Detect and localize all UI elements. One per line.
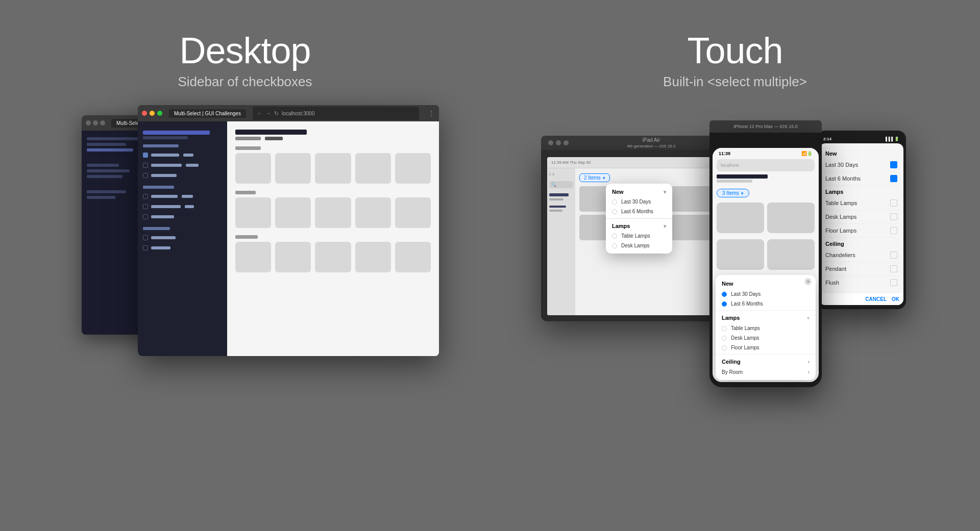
touch-title: Touch bbox=[490, 31, 980, 71]
checkbox-8[interactable] bbox=[143, 245, 148, 250]
iphone-wrapper: iPhone 12 Pro Max — iOS 15.0 11:39 📶🔋 lo… bbox=[709, 120, 822, 387]
front-tab[interactable]: Multi-Select | GUI Challenges bbox=[169, 109, 246, 118]
product-card[interactable] bbox=[235, 242, 271, 272]
sidebar-item[interactable] bbox=[138, 170, 227, 181]
section-titles-row: Desktop Sidebar of checkboxes Touch Buil… bbox=[0, 0, 980, 95]
chevron-up-icon-2: ▾ bbox=[664, 223, 666, 229]
android-status-bar: 2:14 ▌▌▌🔋 bbox=[819, 135, 903, 143]
radio-30days[interactable] bbox=[612, 199, 617, 205]
android-item-floor[interactable]: Floor Lamps bbox=[823, 224, 899, 238]
chevron-down-icon: ▾ bbox=[741, 191, 744, 196]
checkbox-4[interactable] bbox=[143, 194, 148, 199]
checkbox-3[interactable] bbox=[143, 173, 148, 178]
radio-table[interactable] bbox=[722, 326, 727, 331]
popup-item-6m[interactable]: Last 6 Months bbox=[716, 299, 816, 309]
product-card[interactable] bbox=[235, 153, 271, 184]
android-item-chandeliers[interactable]: Chandeliers bbox=[823, 248, 899, 262]
product-card[interactable] bbox=[717, 239, 764, 270]
product-card[interactable] bbox=[315, 242, 351, 272]
android-ok-btn[interactable]: OK bbox=[892, 296, 899, 302]
product-card[interactable] bbox=[767, 203, 815, 233]
dropdown-item-table[interactable]: Table Lamps bbox=[606, 231, 672, 241]
ipad-time: 11:39 AM Thu Sep 30 bbox=[551, 160, 591, 165]
ipad-search[interactable]: 🔍 bbox=[549, 181, 573, 188]
product-card[interactable] bbox=[717, 203, 764, 233]
product-card[interactable] bbox=[315, 197, 351, 228]
dropdown-item-6months[interactable]: Last 6 Months bbox=[606, 207, 672, 216]
android-action-bar: CANCEL OK bbox=[819, 293, 903, 305]
by-room-label: By Room bbox=[722, 369, 743, 375]
android-cb-6months[interactable] bbox=[890, 175, 897, 182]
checkbox-1[interactable] bbox=[143, 153, 148, 158]
radio-table[interactable] bbox=[612, 234, 617, 239]
checkbox-7[interactable] bbox=[143, 235, 148, 240]
android-cb-30days[interactable] bbox=[890, 161, 897, 168]
checkbox-2[interactable] bbox=[143, 163, 148, 168]
sidebar-item[interactable] bbox=[138, 233, 227, 243]
sidebar-item[interactable] bbox=[138, 212, 227, 222]
android-cb-flush[interactable] bbox=[890, 279, 897, 286]
product-card[interactable] bbox=[275, 153, 311, 184]
android-cb-desk[interactable] bbox=[890, 213, 897, 220]
popup-item-30[interactable]: Last 30 Days bbox=[716, 289, 816, 299]
sidebar-item[interactable] bbox=[138, 191, 227, 201]
item-label-2 bbox=[186, 164, 199, 167]
sidebar-item[interactable] bbox=[138, 150, 227, 160]
android-cb-floor[interactable] bbox=[890, 227, 897, 234]
android-cb-chandeliers[interactable] bbox=[890, 251, 897, 259]
android-cb-table[interactable] bbox=[890, 199, 897, 207]
ceiling-label: Ceiling bbox=[722, 359, 741, 365]
android-item-30days[interactable]: Last 30 Days bbox=[823, 158, 899, 172]
items-badge[interactable]: 2 Items ▾ bbox=[579, 173, 610, 182]
product-card[interactable] bbox=[395, 197, 431, 228]
android-cb-pendant[interactable] bbox=[890, 265, 897, 272]
sidebar-item[interactable] bbox=[138, 160, 227, 170]
android-label-30days: Last 30 Days bbox=[825, 162, 858, 168]
android-item-table[interactable]: Table Lamps bbox=[823, 196, 899, 210]
popup-item-table[interactable]: Table Lamps bbox=[716, 323, 816, 333]
product-card[interactable] bbox=[355, 153, 391, 184]
product-card[interactable] bbox=[315, 153, 351, 184]
checkbox-6[interactable] bbox=[143, 214, 148, 219]
android-item-flush[interactable]: Flush bbox=[823, 276, 899, 289]
product-card[interactable] bbox=[275, 197, 311, 228]
iphone-status-bar: 11:39 📶🔋 bbox=[713, 148, 819, 157]
label-6months: Last 6 Months bbox=[731, 301, 763, 307]
dropdown-item-30days[interactable]: Last 30 Days bbox=[606, 197, 672, 207]
dropdown-item-desk[interactable]: Desk Lamps bbox=[606, 241, 672, 250]
android-item-6months[interactable]: Last 6 Months bbox=[823, 172, 899, 186]
radio-6months[interactable] bbox=[612, 209, 617, 214]
product-card[interactable] bbox=[395, 153, 431, 184]
product-card[interactable] bbox=[355, 197, 391, 228]
sidebar-item[interactable] bbox=[138, 243, 227, 253]
product-card[interactable] bbox=[355, 242, 391, 272]
radio-desk[interactable] bbox=[722, 336, 727, 341]
radio-30-selected[interactable] bbox=[722, 292, 727, 297]
sidebar-item[interactable] bbox=[138, 201, 227, 212]
android-cancel-btn[interactable]: CANCEL bbox=[865, 296, 887, 302]
ipad-gen: 4th generation — iOS 15.0 bbox=[627, 144, 676, 148]
popup-section-lamps: Lamps ▾ bbox=[716, 312, 816, 323]
radio-desk[interactable] bbox=[612, 243, 617, 248]
iphone-address-bar[interactable]: localhost bbox=[717, 159, 815, 171]
product-card[interactable] bbox=[767, 239, 815, 270]
item-label-2 bbox=[182, 195, 193, 198]
popup-item-floor[interactable]: Floor Lamps bbox=[716, 343, 816, 352]
iphone-dropdown-popup: ✕ New ▾ Last 30 Days Last bbox=[716, 275, 816, 380]
iphone-items-badge[interactable]: 3 Items ▾ bbox=[717, 189, 749, 197]
radio-6m-selected[interactable] bbox=[722, 301, 727, 307]
product-card[interactable] bbox=[275, 242, 311, 272]
product-card[interactable] bbox=[235, 197, 271, 228]
ipad-fwd-btn[interactable]: › bbox=[552, 171, 554, 177]
ipad-back-btn[interactable]: ‹ bbox=[549, 171, 551, 177]
checkbox-5[interactable] bbox=[143, 204, 148, 209]
content-header bbox=[235, 130, 431, 140]
radio-floor[interactable] bbox=[722, 345, 727, 350]
popup-item-desk[interactable]: Desk Lamps bbox=[716, 333, 816, 343]
divider-2 bbox=[716, 354, 816, 355]
address-bar[interactable]: ← → ↻ localhost:3000 bbox=[253, 107, 419, 120]
android-item-desk[interactable]: Desk Lamps bbox=[823, 210, 899, 224]
product-card[interactable] bbox=[395, 242, 431, 272]
android-item-pendant[interactable]: Pendant bbox=[823, 262, 899, 276]
dot-green bbox=[100, 120, 105, 125]
